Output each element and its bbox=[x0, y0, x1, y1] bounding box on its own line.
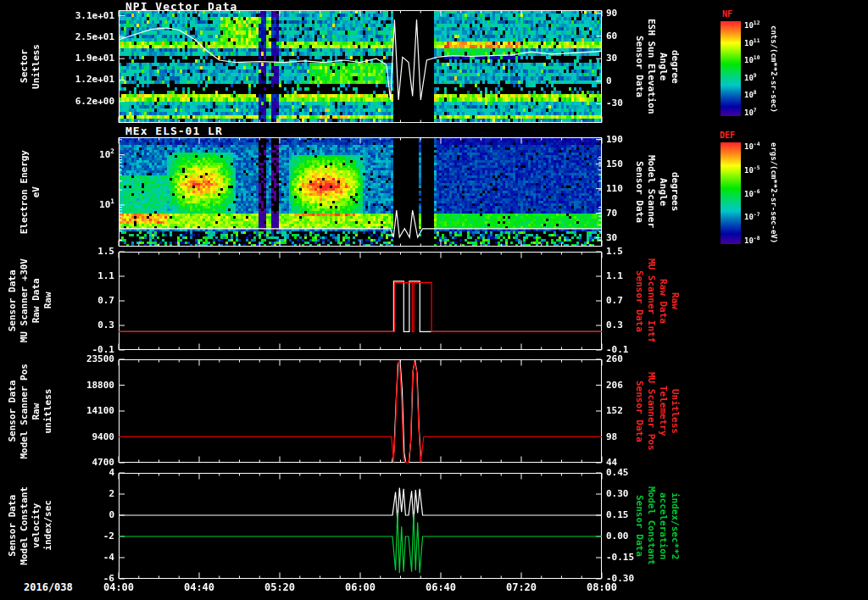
y-tick-label: 1.5 bbox=[606, 246, 623, 257]
panel-left-axis-label-text: Sensor DataModel Constantvelocityindex/s… bbox=[7, 486, 54, 565]
panel-left-axis-label: SectorUnitless bbox=[3, 10, 58, 123]
axes-and-series-overlay bbox=[0, 0, 868, 600]
y-tick-label: 1.9e+01 bbox=[75, 53, 114, 64]
colorbar-tick-label: 10-4 bbox=[744, 142, 760, 151]
colorbar-tick-label: 108 bbox=[744, 91, 757, 99]
panel-left-axis-label: Sensor DataMU Scanner +30VRaw DataRaw bbox=[3, 252, 58, 350]
x-tick-label: 05:20 bbox=[258, 581, 302, 593]
y-tick-label: 90 bbox=[606, 8, 617, 19]
y-tick-label: 150 bbox=[606, 158, 623, 169]
panel-border bbox=[120, 360, 602, 463]
colorbar-tick-label: 109 bbox=[744, 74, 757, 82]
panel-right-axis-label: Sensor DataMU Scanner IntfRaw DataRaw bbox=[631, 252, 683, 350]
series-line bbox=[119, 282, 602, 331]
y-tick-label: 206 bbox=[606, 380, 623, 391]
series-line bbox=[119, 281, 602, 332]
series-line bbox=[119, 362, 602, 463]
colorbar-unit-text: cnts/(cm**2-sr-sec) bbox=[770, 25, 778, 113]
colorbar-tick-label: 10-7 bbox=[744, 213, 760, 221]
panel-left-axis-label-text: SectorUnitless bbox=[19, 44, 42, 89]
y-tick-label: 0.7 bbox=[606, 295, 623, 306]
colorbar-tick-label: 1010 bbox=[744, 56, 760, 64]
y-tick-label: 101 bbox=[99, 199, 114, 210]
panel-right-axis-label-text: Sensor DataMU Scanner PosTelemetryUnitle… bbox=[633, 372, 681, 451]
y-tick-label: 23500 bbox=[86, 353, 114, 364]
x-tick-label: 07:20 bbox=[499, 581, 543, 593]
y-tick-label: 30 bbox=[606, 232, 617, 243]
colorbar-tick-label: 10-5 bbox=[744, 166, 760, 175]
y-tick-label: 1.1 bbox=[606, 270, 623, 281]
panel-left-axis-label-text: Sensor DataModel Scanner PosRawunitless bbox=[7, 364, 54, 459]
y-tick-label: 0.15 bbox=[606, 509, 629, 520]
y-tick-label: -30 bbox=[606, 97, 623, 108]
colorbar-unit-label: ergs/(cm**2-sr-sec-eV) bbox=[770, 142, 778, 244]
y-tick-label: 110 bbox=[606, 183, 623, 194]
colorbar-tick-label: 1011 bbox=[744, 39, 760, 47]
y-tick-label: 0 bbox=[606, 75, 612, 86]
y-tick-label: 18800 bbox=[86, 380, 114, 391]
panel-right-axis-label: Sensor DataModel Constantaccelerationind… bbox=[631, 473, 683, 579]
y-tick-label: 0.3 bbox=[606, 319, 623, 331]
y-tick-label: 2.5e+01 bbox=[75, 31, 114, 42]
y-tick-label: 0 bbox=[108, 509, 114, 520]
y-tick-label: 190 bbox=[606, 134, 623, 145]
y-tick-label: 260 bbox=[606, 353, 623, 364]
y-tick-label: 102 bbox=[99, 149, 114, 160]
colorbar-tick-label: 10-6 bbox=[744, 190, 760, 198]
y-tick-label: 60 bbox=[606, 31, 617, 42]
y-tick-label: 152 bbox=[606, 405, 623, 416]
y-tick-label: 3.1e+01 bbox=[75, 10, 114, 21]
y-tick-label: 0.45 bbox=[606, 467, 629, 478]
x-tick-label: 04:00 bbox=[97, 581, 141, 593]
y-tick-label: 30 bbox=[606, 53, 617, 64]
colorbar-tick-label: 10-8 bbox=[744, 236, 760, 245]
panel-right-axis-label: Sensor DataModel ScannerAngledegrees bbox=[631, 137, 683, 247]
panel-right-axis-label-text: Sensor DataModel Constantaccelerationind… bbox=[633, 486, 681, 565]
y-tick-label: 1.5 bbox=[97, 246, 114, 257]
y-tick-label: 1.1 bbox=[97, 270, 114, 281]
series-line bbox=[119, 210, 602, 237]
x-tick-label: 06:00 bbox=[338, 581, 382, 593]
colorbar-tick-label: 107 bbox=[744, 108, 757, 117]
panel-right-axis-label-text: Sensor DataModel ScannerAngledegrees bbox=[633, 155, 681, 228]
panel-border bbox=[120, 474, 602, 579]
panel-left-axis-label: Sensor DataModel Scanner PosRawunitless bbox=[3, 359, 58, 463]
panel-right-axis-label-text: Sensor DataESH Sun ElevationAngledegree bbox=[633, 19, 681, 114]
y-tick-label: 98 bbox=[606, 431, 617, 442]
y-tick-label: 4 bbox=[108, 467, 114, 478]
y-tick-label: 1.2e+01 bbox=[75, 74, 114, 85]
panel-left-axis-label: Sensor DataModel Constantvelocityindex/s… bbox=[3, 473, 58, 579]
y-tick-label: -2 bbox=[103, 531, 114, 542]
y-tick-label: 0.7 bbox=[97, 295, 114, 306]
colorbar-tick-label: 1012 bbox=[744, 21, 760, 30]
panel-left-axis-label-text: Electron EnergyeV bbox=[19, 150, 42, 234]
y-tick-label: 6.2e+00 bbox=[75, 96, 114, 107]
panel-right-axis-label: Sensor DataMU Scanner PosTelemetryUnitle… bbox=[631, 359, 683, 463]
y-tick-label: 14100 bbox=[86, 405, 114, 416]
panel-left-axis-label: Electron EnergyeV bbox=[3, 137, 58, 247]
y-tick-label: 70 bbox=[606, 208, 617, 219]
series-line bbox=[119, 488, 602, 523]
series-line bbox=[119, 19, 602, 100]
colorbar-unit-label: cnts/(cm**2-sr-sec) bbox=[770, 21, 778, 116]
panel-border bbox=[120, 253, 602, 350]
series-line bbox=[119, 513, 602, 574]
y-tick-label: -4 bbox=[103, 552, 114, 563]
y-tick-label: 0.00 bbox=[606, 531, 629, 542]
x-tick-label: 08:00 bbox=[580, 581, 624, 593]
y-tick-label: 0.30 bbox=[606, 488, 629, 499]
panel-right-axis-label-text: Sensor DataMU Scanner IntfRaw DataRaw bbox=[633, 258, 681, 342]
x-tick-label: 06:40 bbox=[419, 581, 463, 593]
colorbar-unit-text: ergs/(cm**2-sr-sec-eV) bbox=[770, 142, 778, 243]
panel-left-axis-label-text: Sensor DataMU Scanner +30VRaw DataRaw bbox=[7, 258, 54, 342]
y-tick-label: 9400 bbox=[92, 431, 115, 442]
y-tick-label: 2 bbox=[108, 488, 114, 499]
y-tick-label: 0.3 bbox=[97, 319, 114, 331]
x-tick-label: 04:40 bbox=[177, 581, 221, 593]
panel-border bbox=[120, 138, 602, 247]
panel-border bbox=[120, 11, 602, 123]
science-plot-screen: NPI Vector Data MEx ELS-01 LR NF DEF 201… bbox=[0, 0, 868, 600]
panel-right-axis-label: Sensor DataESH Sun ElevationAngledegree bbox=[631, 10, 683, 123]
